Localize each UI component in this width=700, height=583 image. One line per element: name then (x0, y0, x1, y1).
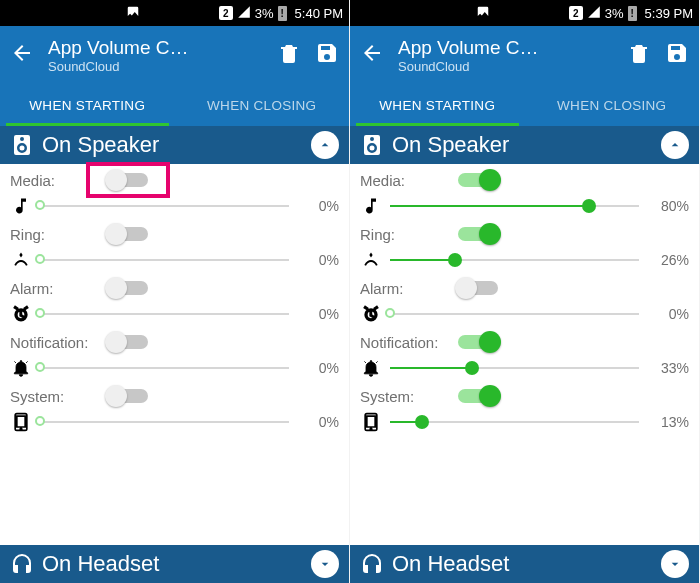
volume-row-media: Media: 80% (350, 164, 699, 218)
volume-slider[interactable] (40, 358, 289, 378)
volume-type-icon (10, 250, 32, 270)
volume-toggle[interactable] (106, 170, 150, 190)
section-speaker-title: On Speaker (392, 132, 653, 158)
save-button[interactable] (665, 41, 689, 69)
page-title: App Volume C… (398, 37, 613, 59)
volume-label: System: (10, 388, 96, 405)
volume-percent: 80% (647, 198, 689, 214)
speaker-icon (360, 130, 384, 160)
battery-low-icon: ! (628, 6, 637, 21)
page-title: App Volume C… (48, 37, 263, 59)
volume-toggle[interactable] (106, 278, 150, 298)
volume-type-icon (360, 358, 382, 378)
volume-label: Alarm: (360, 280, 446, 297)
volume-row-media: Media: 0% (0, 164, 349, 218)
headset-icon (10, 549, 34, 579)
sim-indicator: 2 (569, 6, 583, 20)
volume-slider[interactable] (40, 304, 289, 324)
volume-label: Ring: (360, 226, 446, 243)
volume-row-alarm: Alarm: 0% (350, 272, 699, 326)
volume-toggle[interactable] (456, 170, 500, 190)
volume-slider[interactable] (390, 250, 639, 270)
battery-low-icon: ! (278, 6, 287, 21)
volume-type-icon (10, 412, 32, 432)
volume-row-ring: Ring: 26% (350, 218, 699, 272)
status-bar: 2 3% ! 5:40 PM (0, 0, 349, 26)
section-headset-title: On Headset (42, 551, 303, 577)
section-on-headset[interactable]: On Headset (0, 545, 349, 583)
volume-slider[interactable] (390, 304, 639, 324)
collapse-icon[interactable] (661, 131, 689, 159)
page-subtitle: SoundCloud (398, 59, 613, 74)
volume-percent: 0% (647, 306, 689, 322)
volume-rows: Media: 0% Ring: 0% (0, 164, 349, 434)
page-subtitle: SoundCloud (48, 59, 263, 74)
volume-label: System: (360, 388, 446, 405)
status-bar: 2 3% ! 5:39 PM (350, 0, 699, 26)
volume-label: Ring: (10, 226, 96, 243)
section-on-speaker[interactable]: On Speaker (350, 126, 699, 164)
volume-slider[interactable] (40, 250, 289, 270)
back-button[interactable] (360, 41, 384, 69)
volume-percent: 0% (297, 252, 339, 268)
expand-icon[interactable] (311, 550, 339, 578)
volume-slider[interactable] (390, 358, 639, 378)
volume-toggle[interactable] (106, 224, 150, 244)
volume-row-notification: Notification: 33% (350, 326, 699, 380)
volume-type-icon (360, 304, 382, 324)
volume-percent: 13% (647, 414, 689, 430)
app-bar: App Volume C… SoundCloud (350, 26, 699, 84)
tab-when-closing[interactable]: WHEN CLOSING (175, 84, 350, 126)
sim-indicator: 2 (219, 6, 233, 20)
section-speaker-title: On Speaker (42, 132, 303, 158)
volume-slider[interactable] (40, 412, 289, 432)
collapse-icon[interactable] (311, 131, 339, 159)
delete-button[interactable] (277, 41, 301, 69)
tabs: WHEN STARTING WHEN CLOSING (350, 84, 699, 126)
volume-label: Media: (360, 172, 446, 189)
volume-row-notification: Notification: 0% (0, 326, 349, 380)
tabs: WHEN STARTING WHEN CLOSING (0, 84, 349, 126)
headset-icon (360, 549, 384, 579)
save-button[interactable] (315, 41, 339, 69)
volume-label: Notification: (360, 334, 446, 351)
volume-type-icon (360, 412, 382, 432)
section-on-speaker[interactable]: On Speaker (0, 126, 349, 164)
volume-label: Media: (10, 172, 96, 189)
battery-percent: 3% (605, 6, 624, 21)
status-time: 5:39 PM (645, 6, 693, 21)
volume-slider[interactable] (390, 412, 639, 432)
volume-toggle[interactable] (456, 224, 500, 244)
back-button[interactable] (10, 41, 34, 69)
speaker-icon (10, 130, 34, 160)
delete-button[interactable] (627, 41, 651, 69)
picture-icon (126, 5, 140, 22)
volume-toggle[interactable] (106, 332, 150, 352)
volume-percent: 26% (647, 252, 689, 268)
signal-icon (587, 5, 601, 22)
volume-rows: Media: 80% Ring: 26% (350, 164, 699, 434)
expand-icon[interactable] (661, 550, 689, 578)
volume-slider[interactable] (40, 196, 289, 216)
tab-when-starting[interactable]: WHEN STARTING (350, 84, 525, 126)
section-headset-title: On Headset (392, 551, 653, 577)
volume-slider[interactable] (390, 196, 639, 216)
volume-row-system: System: 13% (350, 380, 699, 434)
tab-when-starting[interactable]: WHEN STARTING (0, 84, 175, 126)
volume-row-system: System: 0% (0, 380, 349, 434)
tab-when-closing[interactable]: WHEN CLOSING (525, 84, 700, 126)
volume-type-icon (10, 358, 32, 378)
volume-toggle[interactable] (456, 332, 500, 352)
volume-toggle[interactable] (456, 278, 500, 298)
volume-label: Alarm: (10, 280, 96, 297)
volume-type-icon (360, 196, 382, 216)
volume-row-alarm: Alarm: 0% (0, 272, 349, 326)
section-on-headset[interactable]: On Headset (350, 545, 699, 583)
app-bar: App Volume C… SoundCloud (0, 26, 349, 84)
volume-percent: 0% (297, 198, 339, 214)
volume-label: Notification: (10, 334, 96, 351)
volume-type-icon (10, 304, 32, 324)
volume-toggle[interactable] (456, 386, 500, 406)
volume-percent: 0% (297, 360, 339, 376)
volume-toggle[interactable] (106, 386, 150, 406)
